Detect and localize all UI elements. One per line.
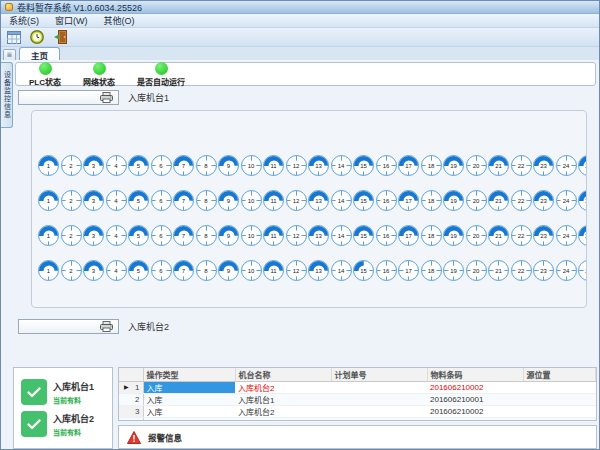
table-cell[interactable] [331,417,427,421]
side-dock-tab[interactable]: 设备监控信息 [1,62,13,128]
slot-indicator: 20 [466,190,487,211]
table-cell[interactable]: 入库 [143,393,235,405]
machine-card-2: 入库机台2当前有料 [21,411,112,437]
table-cell[interactable] [331,405,427,417]
row-gutter-header [119,368,143,381]
toolbar [1,28,599,47]
table-cell[interactable]: 201606210002 [427,405,523,417]
slot-indicator: 5 [128,260,149,281]
slot-indicator: 16 [376,225,397,246]
slot-indicator: 6 [151,225,172,246]
table-cell[interactable] [523,393,596,405]
table-cell[interactable] [143,417,235,421]
column-header-0[interactable]: 操作类型 [143,368,235,381]
slot-indicator: 18 [421,260,442,281]
table-cell[interactable]: 201606210002 [427,381,523,393]
table-cell[interactable]: 入库 [143,381,235,393]
calendar-icon[interactable] [6,29,22,45]
slot-indicator: 18 [421,155,442,176]
machine2-print-button[interactable] [18,319,119,334]
slot-indicator: 3 [83,190,104,211]
slot-indicator: 13 [308,260,329,281]
slot-indicator: 17 [398,225,419,246]
slot-indicator: 21 [488,155,509,176]
slot-indicator: 14 [331,190,352,211]
table-cell[interactable]: 入库机台2 [235,405,331,417]
slot-indicator: 25 [578,225,587,246]
slot-indicator: 6 [151,155,172,176]
status-panel: PLC状态网络状态是否自动运行 [15,62,596,86]
menu-item-1[interactable]: 窗口(W) [55,14,88,27]
tab-strip: ≣ 主页 [1,47,599,60]
table-cell[interactable]: 入库机台2 [235,381,331,393]
slot-grid: 1234567891011121314151617181920212223242… [31,110,587,308]
slot-indicator: 8 [196,155,217,176]
current-row-arrow-icon: ▶ [124,383,129,390]
table-cell[interactable] [523,381,596,393]
slot-indicator: 15 [353,225,374,246]
slot-indicator: 6 [151,260,172,281]
slot-indicator: 15 [353,190,374,211]
table-cell[interactable] [427,417,523,421]
clock-icon[interactable] [29,29,45,45]
status-label: 网络状态 [83,76,115,87]
table-cell[interactable] [523,417,596,421]
check-icon [21,379,47,405]
table-cell[interactable] [331,393,427,405]
exit-door-icon[interactable] [52,29,68,45]
slot-indicator: 9 [218,155,239,176]
machine1-print-button[interactable] [18,90,119,105]
table-header-row: 操作类型机台名称计划单号物料条码源位置 [119,368,596,381]
column-header-4[interactable]: 源位置 [523,368,596,381]
machine1-header: 入库机台1 [18,90,169,105]
slot-indicator: 16 [376,190,397,211]
table-row-1[interactable]: ▶1入库入库机台2201606210002 [119,381,596,393]
slot-indicator: 22 [511,155,532,176]
printer-icon [100,321,113,332]
table-row-2[interactable]: 2入库入库机台1201606210001 [119,393,596,405]
slot-indicator: 12 [286,225,307,246]
slot-indicator: 24 [556,225,577,246]
slot-indicator: 19 [443,155,464,176]
slot-indicator: 5 [128,225,149,246]
operations-table: 操作类型机台名称计划单号物料条码源位置 ▶1入库入库机台220160621000… [118,367,597,421]
column-header-2[interactable]: 计划单号 [331,368,427,381]
slot-indicator: 20 [466,155,487,176]
column-header-1[interactable]: 机台名称 [235,368,331,381]
slot-indicator: 20 [466,225,487,246]
slot-indicator: 6 [151,190,172,211]
menu-item-2[interactable]: 其他(O) [104,14,135,27]
dock-tab-stub[interactable]: ≣ [3,49,16,60]
machine-card-status: 当前有料 [53,395,94,405]
slot-indicator: 13 [308,155,329,176]
status-light [39,62,52,75]
alarm-label: 报警信息 [148,431,182,443]
status-indicator-0: PLC状态 [29,62,61,87]
slot-indicator: 9 [218,190,239,211]
table-cell[interactable] [331,381,427,393]
slot-indicator: 15 [353,155,374,176]
table-row-3[interactable]: 3入库入库机台2201606210002 [119,405,596,417]
table-cell[interactable] [235,417,331,421]
slot-indicator: 16 [376,155,397,176]
table-cell[interactable] [523,405,596,417]
column-header-3[interactable]: 物料条码 [427,368,523,381]
slot-indicator: 8 [196,190,217,211]
table-body: ▶1入库入库机台22016062100022入库入库机台120160621000… [119,381,596,421]
slot-indicator: 22 [511,225,532,246]
table-cell[interactable]: 入库 [143,405,235,417]
bottom-area: 入库机台1当前有料入库机台2当前有料 操作类型机台名称计划单号物料条码源位置 ▶… [1,367,597,449]
status-light [93,62,106,75]
tab-home[interactable]: 主页 [19,47,60,60]
slot-indicator: 24 [556,190,577,211]
machine-card-title: 入库机台1 [53,380,94,393]
slot-indicator: 9 [218,225,239,246]
alarm-bar: 报警信息 [118,425,597,449]
slot-indicator: 8 [196,225,217,246]
slot-indicator: 13 [308,190,329,211]
menu-item-0[interactable]: 系统(S) [9,14,39,27]
table-cell[interactable]: 入库机台1 [235,393,331,405]
table-cell[interactable]: 201606210001 [427,393,523,405]
table-row-4[interactable]: 4 [119,417,596,421]
slot-indicator: 1 [38,225,59,246]
